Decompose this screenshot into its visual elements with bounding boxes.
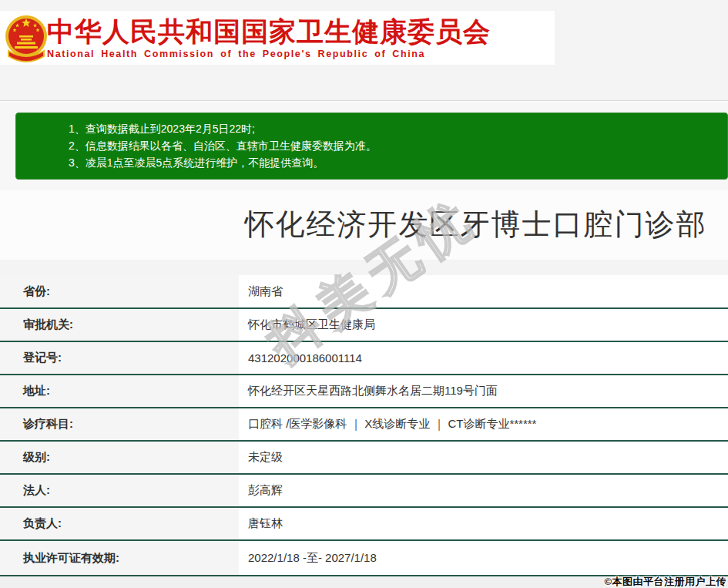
header-title-en: National Health Commission of the People… [47, 49, 555, 59]
row-label: 级别: [0, 442, 239, 473]
page-title: 怀化经济开发区牙博士口腔门诊部 [223, 205, 728, 244]
row-value: 431202000186001114 [239, 342, 728, 374]
page-root: 中华人民共和国国家卫生健康委员会 National Health Commiss… [0, 0, 728, 588]
header-title-cn: 中华人民共和国国家卫生健康委员会 [47, 14, 548, 50]
row-label: 审批机关: [0, 309, 239, 341]
table-row-province: 省份: 湖南省 [0, 275, 728, 309]
row-value: 2022/1/18 -至- 2027/1/18 [239, 541, 728, 575]
footer: ©本图由平台注册用户上传 [0, 576, 728, 588]
table-row-person-in-charge: 负责人: 唐钰林 [0, 508, 728, 541]
header-banner[interactable]: 中华人民共和国国家卫生健康委员会 National Health Commiss… [0, 11, 555, 65]
table-row-registration-number: 登记号: 431202000186001114 [0, 342, 728, 375]
row-label: 法人: [0, 475, 239, 506]
pre-table-band [0, 260, 728, 275]
row-value: 怀化市鹤城区卫生健康局 [239, 309, 728, 341]
table-row-level: 级别: 未定级 [0, 442, 728, 475]
notice-line-3: 3、凌晨1点至凌晨5点系统进行维护，不能提供查询。 [69, 154, 720, 171]
row-label: 诊疗科目: [0, 408, 239, 440]
record-table: 省份: 湖南省 审批机关: 怀化市鹤城区卫生健康局 登记号: 431202000… [0, 275, 728, 576]
row-value: 怀化经开区天星西路北侧舞水名居二期119号门面 [239, 375, 728, 407]
row-label: 省份: [0, 275, 239, 307]
header-area: 中华人民共和国国家卫生健康委员会 National Health Commiss… [0, 0, 728, 101]
row-value: 口腔科 /医学影像科 ｜ X线诊断专业 ｜ CT诊断专业****** [239, 408, 728, 440]
china-national-emblem-icon [4, 12, 49, 63]
table-row-license-validity: 执业许可证有效期: 2022/1/18 -至- 2027/1/18 [0, 541, 728, 576]
notice-box: 1、查询数据截止到2023年2月5日22时; 2、信息数据结果以各省、自治区、直… [15, 113, 728, 180]
row-label: 登记号: [0, 342, 239, 374]
row-label: 执业许可证有效期: [0, 541, 239, 575]
row-label: 负责人: [0, 508, 239, 539]
table-row-clinical-departments: 诊疗科目: 口腔科 /医学影像科 ｜ X线诊断专业 ｜ CT诊断专业****** [0, 408, 728, 442]
row-value: 唐钰林 [239, 508, 728, 539]
row-value: 彭高辉 [239, 475, 728, 506]
row-value: 湖南省 [239, 275, 728, 307]
table-row-address: 地址: 怀化经开区天星西路北侧舞水名居二期119号门面 [0, 375, 728, 408]
row-label: 地址: [0, 375, 239, 407]
notice-line-1: 1、查询数据截止到2023年2月5日22时; [69, 120, 720, 137]
copyright-text: ©本图由平台注册用户上传 [604, 575, 726, 588]
notice-line-2: 2、信息数据结果以各省、自治区、直辖市卫生健康委数据为准。 [69, 137, 720, 154]
table-row-legal-person: 法人: 彭高辉 [0, 475, 728, 508]
notice-section: 1、查询数据截止到2023年2月5日22时; 2、信息数据结果以各省、自治区、直… [0, 102, 728, 190]
table-row-approval-authority: 审批机关: 怀化市鹤城区卫生健康局 [0, 309, 728, 342]
row-value: 未定级 [239, 442, 728, 473]
